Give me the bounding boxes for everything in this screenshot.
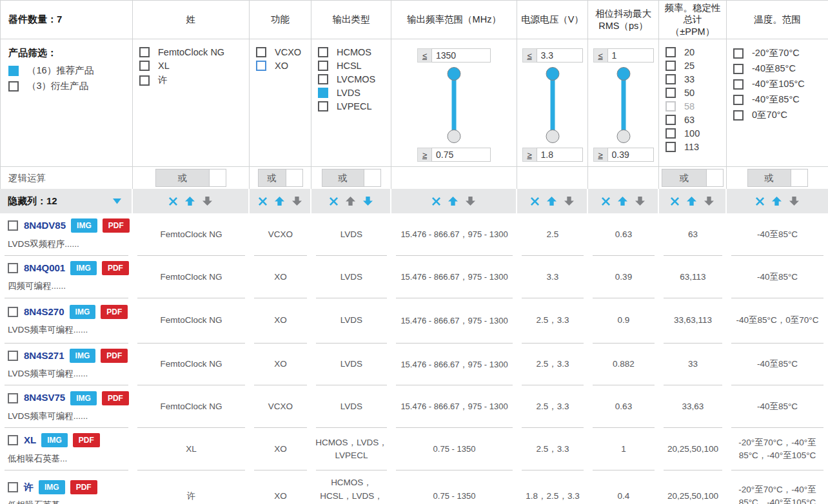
less-equal-button[interactable]: ≤ <box>417 48 431 63</box>
row-checkbox[interactable] <box>8 351 18 361</box>
checkbox[interactable] <box>733 95 744 105</box>
slider-handle-min[interactable] <box>616 130 630 143</box>
voltage-slider[interactable] <box>544 67 561 143</box>
sort-descending-icon[interactable] <box>564 197 574 206</box>
slider-handle-max[interactable] <box>448 67 461 81</box>
or-toggle-output-type[interactable]: 或 <box>322 169 381 187</box>
checkbox[interactable] <box>733 48 744 59</box>
img-badge[interactable]: IMG <box>70 349 96 363</box>
ppm-filter-option[interactable]: 50 <box>665 88 722 98</box>
checkbox[interactable] <box>256 61 266 71</box>
row-checkbox[interactable] <box>8 263 18 273</box>
part-number-link[interactable]: 许 <box>24 480 34 495</box>
part-number-link[interactable]: XL <box>24 433 36 448</box>
voltage-max-input[interactable] <box>537 48 583 63</box>
greater-equal-button[interactable]: ≥ <box>417 148 431 162</box>
temp-filter-option[interactable]: -20°至70°C <box>733 47 824 59</box>
temp-filter-option[interactable]: -40°至85°C <box>733 93 824 106</box>
checkbox[interactable] <box>318 47 328 57</box>
part-number-link[interactable]: 8N4S270 <box>24 305 64 320</box>
or-toggle-family[interactable]: 或 <box>155 169 226 187</box>
output-type-filter-option[interactable]: HCSL <box>318 61 387 71</box>
less-equal-button[interactable]: ≤ <box>593 48 607 63</box>
img-badge[interactable]: IMG <box>41 433 68 447</box>
row-checkbox[interactable] <box>8 220 18 231</box>
pdf-badge[interactable]: PDF <box>102 391 129 405</box>
ppm-filter-option[interactable]: 20 <box>665 47 722 57</box>
ppm-filter-option[interactable]: 33 <box>665 74 722 84</box>
checkbox[interactable] <box>665 88 676 98</box>
img-badge[interactable]: IMG <box>70 391 97 405</box>
checkbox[interactable] <box>665 74 676 84</box>
remove-column-icon[interactable] <box>756 197 764 206</box>
sort-ascending-icon[interactable] <box>687 197 696 206</box>
product-filter-option[interactable]: （3）衍生产品 <box>8 80 128 92</box>
checkbox[interactable] <box>733 79 744 90</box>
sort-descending-icon[interactable] <box>635 197 645 206</box>
checkbox[interactable] <box>665 61 676 71</box>
row-checkbox[interactable] <box>8 482 18 492</box>
temp-filter-option[interactable]: -40至85°C <box>733 63 824 75</box>
remove-column-icon[interactable] <box>330 197 338 206</box>
temp-filter-option[interactable]: 0至70°C <box>733 109 824 121</box>
checkbox[interactable] <box>318 61 328 71</box>
checkbox[interactable] <box>8 81 19 92</box>
img-badge[interactable]: IMG <box>70 261 97 275</box>
checkbox[interactable] <box>733 110 744 121</box>
function-filter-option[interactable]: VCXO <box>256 47 307 57</box>
sort-descending-icon[interactable] <box>363 197 373 206</box>
checkbox[interactable] <box>665 128 676 139</box>
part-number-link[interactable]: 8N4S271 <box>24 349 64 363</box>
remove-column-icon[interactable] <box>602 197 610 206</box>
checkbox[interactable] <box>139 75 150 86</box>
sort-ascending-icon[interactable] <box>346 197 355 206</box>
remove-column-icon[interactable] <box>432 197 440 206</box>
pdf-badge[interactable]: PDF <box>103 218 130 233</box>
checkbox[interactable] <box>665 142 676 152</box>
product-filter-option[interactable]: （16）推荐产品 <box>8 64 128 77</box>
sort-ascending-icon[interactable] <box>275 197 284 206</box>
pdf-badge[interactable]: PDF <box>73 433 100 447</box>
checkbox[interactable] <box>665 115 676 125</box>
greater-equal-button[interactable]: ≥ <box>593 148 607 162</box>
sort-descending-icon[interactable] <box>292 197 302 206</box>
checkbox[interactable] <box>665 101 676 111</box>
checkbox[interactable] <box>318 88 328 98</box>
checkbox[interactable] <box>8 66 19 76</box>
output-type-filter-option[interactable]: LVDS <box>318 88 387 98</box>
ppm-filter-option[interactable]: 25 <box>665 61 722 71</box>
img-badge[interactable]: IMG <box>70 305 96 319</box>
freq-range-slider[interactable] <box>446 67 462 143</box>
pdf-badge[interactable]: PDF <box>101 349 128 363</box>
voltage-min-input[interactable] <box>537 148 583 162</box>
freq-min-input[interactable] <box>431 148 491 162</box>
row-checkbox[interactable] <box>8 393 18 403</box>
img-badge[interactable]: IMG <box>39 480 65 494</box>
sort-ascending-icon[interactable] <box>448 197 458 206</box>
sort-descending-icon[interactable] <box>789 197 799 206</box>
part-number-link[interactable]: 8N4DV85 <box>24 218 66 233</box>
ppm-filter-option[interactable]: 100 <box>665 128 722 139</box>
img-badge[interactable]: IMG <box>71 218 97 233</box>
pdf-badge[interactable]: PDF <box>70 480 97 494</box>
checkbox[interactable] <box>139 47 150 57</box>
sort-ascending-icon[interactable] <box>772 197 782 206</box>
remove-column-icon[interactable] <box>259 197 267 206</box>
slider-handle-min[interactable] <box>448 130 461 143</box>
output-type-filter-option[interactable]: LVCMOS <box>318 74 387 84</box>
less-equal-button[interactable]: ≤ <box>522 48 537 63</box>
sort-ascending-icon[interactable] <box>185 197 195 206</box>
pdf-badge[interactable]: PDF <box>102 261 129 275</box>
remove-column-icon[interactable] <box>671 197 679 206</box>
dropdown-arrow-icon[interactable] <box>113 199 121 204</box>
or-toggle-ppm[interactable]: 或 <box>662 169 724 187</box>
row-checkbox[interactable] <box>8 435 18 445</box>
ppm-filter-option[interactable]: 63 <box>665 115 722 125</box>
ppm-filter-option[interactable]: 58 <box>665 101 722 111</box>
slider-handle-min[interactable] <box>546 130 559 143</box>
family-filter-option[interactable]: FemtoClock NG <box>139 47 245 57</box>
jitter-min-input[interactable] <box>607 148 654 162</box>
pdf-badge[interactable]: PDF <box>101 305 128 319</box>
checkbox[interactable] <box>256 47 266 57</box>
sort-descending-icon[interactable] <box>704 197 714 206</box>
